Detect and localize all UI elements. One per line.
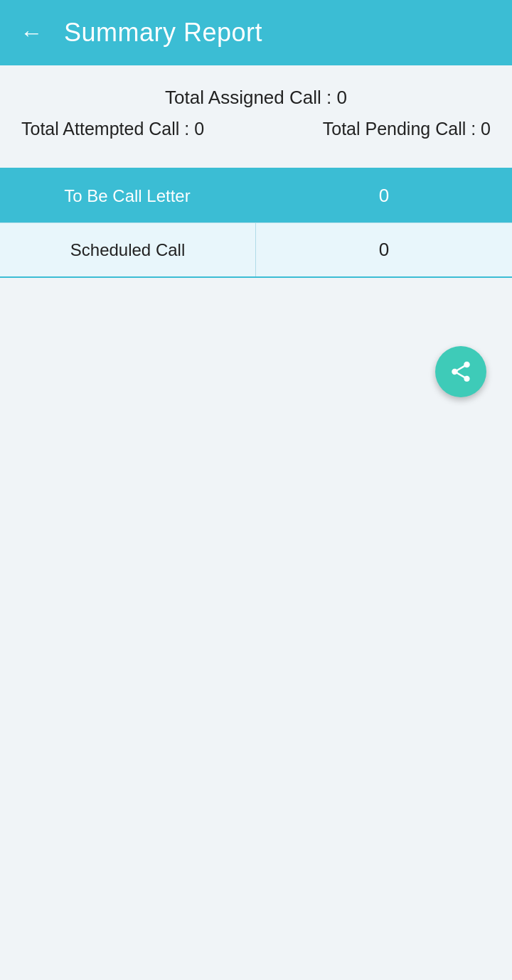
stats-section: Total Assigned Call : 0 Total Attempted …	[0, 65, 512, 154]
share-button[interactable]	[435, 346, 486, 397]
scheduled-call-value: 0	[256, 223, 512, 276]
summary-table: To Be Call Letter 0 Scheduled Call 0	[0, 168, 512, 278]
page-title: Summary Report	[64, 18, 262, 48]
table-row: Scheduled Call 0	[0, 223, 512, 276]
total-pending-call: Total Pending Call : 0	[323, 119, 491, 139]
total-assigned-call: Total Assigned Call : 0	[165, 87, 347, 109]
main-content: Total Assigned Call : 0 Total Attempted …	[0, 65, 512, 980]
total-attempted-call: Total Attempted Call : 0	[21, 119, 204, 139]
table-row: To Be Call Letter 0	[0, 169, 512, 223]
stats-row-split: Total Attempted Call : 0 Total Pending C…	[14, 119, 498, 139]
back-button[interactable]: ←	[20, 21, 43, 44]
app-header: ← Summary Report	[0, 0, 512, 65]
to-be-call-letter-label: To Be Call Letter	[0, 169, 256, 222]
to-be-call-letter-value: 0	[256, 169, 512, 222]
scheduled-call-label: Scheduled Call	[0, 223, 256, 276]
share-icon	[449, 360, 473, 384]
